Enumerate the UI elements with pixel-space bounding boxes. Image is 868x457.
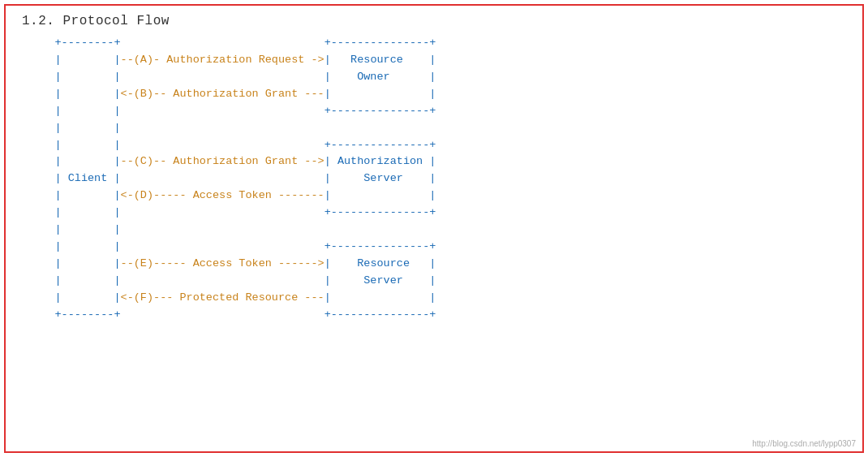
page-title: 1.2. Protocol Flow	[22, 14, 846, 28]
diagram-container: 1.2. Protocol Flow +--------+ +---------…	[6, 6, 862, 451]
watermark: http://blog.csdn.net/lypp0307	[752, 439, 856, 448]
outer-border: 1.2. Protocol Flow +--------+ +---------…	[4, 4, 864, 453]
protocol-flow-diagram: +--------+ +---------------+ | |--(A)- A…	[22, 35, 846, 440]
diagram-content: +--------+ +---------------+ | |--(A)- A…	[22, 35, 846, 324]
